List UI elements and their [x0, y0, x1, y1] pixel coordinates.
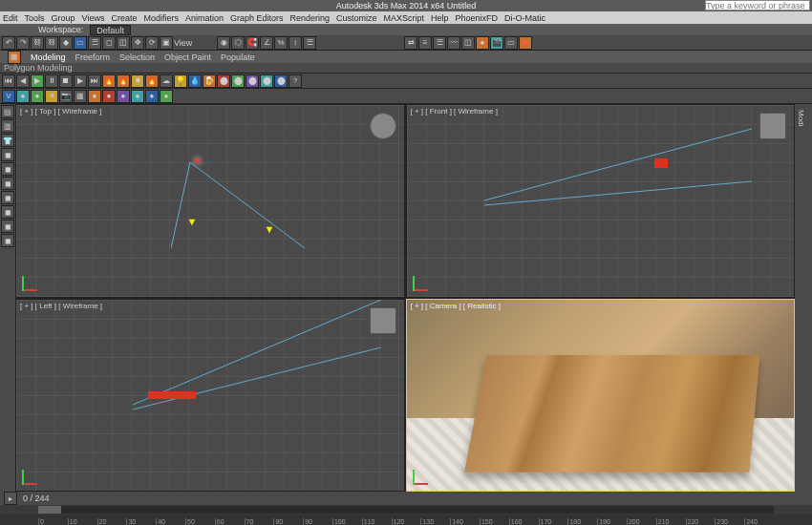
lt-g-icon[interactable]: ◼	[1, 234, 14, 247]
material-editor-icon[interactable]: ●	[476, 36, 489, 50]
smoke-icon[interactable]: ☁	[160, 74, 173, 88]
link-icon[interactable]: ⛓	[31, 36, 44, 50]
menu-customize[interactable]: Customize	[336, 13, 377, 23]
scale-icon[interactable]: ▣	[160, 36, 173, 50]
layers-icon[interactable]: ☰	[433, 36, 446, 50]
ribbon-tab-selection[interactable]: Selection	[119, 52, 155, 62]
water-icon[interactable]: 💧	[188, 74, 202, 88]
explosion-icon[interactable]: ✸	[131, 74, 144, 88]
vray-c-icon[interactable]: ●	[31, 90, 44, 103]
ribbon-subpanel[interactable]: Polygon Modeling	[0, 63, 812, 74]
tab-panel-icon[interactable]: ▤	[1, 105, 14, 118]
modifier-tab[interactable]: Modi	[795, 104, 807, 132]
menu-rendering[interactable]: Rendering	[290, 13, 331, 23]
stop-sim-icon[interactable]: ⬤	[217, 74, 230, 88]
vray-e-icon[interactable]: ▦	[74, 90, 87, 103]
viewcube-icon[interactable]	[370, 113, 396, 139]
cmd-panel-icon[interactable]: ▥	[1, 119, 14, 133]
menu-diomatic[interactable]: Di-O-Matic	[504, 13, 545, 23]
render-frame-icon[interactable]: ▭	[504, 36, 518, 50]
undo-icon[interactable]: ↶	[2, 36, 15, 50]
menu-tools[interactable]: Tools	[25, 13, 45, 23]
time-slider[interactable]	[38, 506, 774, 514]
lt-f-icon[interactable]: ◼	[1, 220, 14, 233]
goto-end-icon[interactable]: ⏭	[88, 74, 101, 88]
time-slider-thumb[interactable]	[38, 506, 61, 514]
viewport-left[interactable]: [ + ] [ Left ] [ Wireframe ]	[15, 299, 405, 493]
menu-maxscript[interactable]: MAXScript	[384, 13, 425, 23]
flame-icon[interactable]: 🔥	[145, 74, 159, 88]
rotate-icon[interactable]: ⟳	[145, 36, 159, 50]
play-icon[interactable]: ▶	[31, 74, 44, 88]
viewport-front[interactable]: [ + ] [ Front ] [ Wireframe ]	[406, 104, 796, 298]
pause-icon[interactable]: ⏸	[45, 74, 58, 88]
vray-a-icon[interactable]: V	[2, 90, 15, 103]
stop-icon[interactable]: ⏹	[59, 74, 73, 88]
select-name-icon[interactable]: ☰	[88, 36, 101, 50]
time-ruler[interactable]: 0 10 20 30 40 50 60 70 80 90 100 110 120…	[0, 514, 812, 525]
goto-start-icon[interactable]: ⏮	[2, 74, 15, 88]
ref-coord-selector[interactable]: View	[174, 38, 216, 48]
lt-b-icon[interactable]: ◼	[1, 162, 14, 176]
vray-h-icon[interactable]: ●	[117, 90, 130, 103]
spinner-snap-icon[interactable]: ↕	[288, 36, 302, 50]
pivot-icon[interactable]: ◉	[217, 36, 230, 50]
ribbon-toggle-icon[interactable]: ▦	[8, 51, 21, 64]
viewport-top[interactable]: [ + ] [ Top ] [ Wireframe ] ▼ ▼	[15, 104, 405, 298]
vray-b-icon[interactable]: ●	[16, 90, 30, 103]
vray-j-icon[interactable]: ●	[145, 90, 159, 103]
sphere3-icon[interactable]: ⬤	[274, 74, 288, 88]
workspace-selector[interactable]: Default	[90, 25, 131, 35]
mirror-icon[interactable]: ⇄	[404, 36, 417, 50]
select-region-icon[interactable]: ◻	[102, 36, 116, 50]
lt-e-icon[interactable]: ◼	[1, 205, 14, 219]
help-icon[interactable]: ?	[288, 74, 302, 88]
render-icon[interactable]: 🫖	[519, 36, 532, 50]
percent-snap-icon[interactable]: %	[274, 36, 288, 50]
command-panel[interactable]: Modi	[795, 104, 812, 492]
snap-icon[interactable]: 🧲	[246, 36, 259, 50]
menu-help[interactable]: Help	[431, 13, 449, 23]
angle-snap-icon[interactable]: ∠	[260, 36, 273, 50]
window-cross-icon[interactable]: ◫	[117, 36, 130, 50]
viewport-camera-label[interactable]: [ + ] [ Camera ] [ Realistic ]	[411, 302, 501, 310]
viewport-top-label[interactable]: [ + ] [ Top ] [ Wireframe ]	[20, 107, 101, 116]
fire2-icon[interactable]: 🔥	[117, 74, 130, 88]
sphere-icon[interactable]: ⬤	[246, 74, 259, 88]
ribbon-tab-populate[interactable]: Populate	[221, 52, 255, 62]
render-setup-icon[interactable]: 🎬	[490, 36, 503, 50]
shirt-icon[interactable]: 👕	[1, 134, 14, 147]
menu-modifiers[interactable]: Modifiers	[143, 13, 179, 23]
next-frame-icon[interactable]: ▶	[74, 74, 87, 88]
keyword-search-input[interactable]	[705, 0, 810, 10]
fire-icon[interactable]: 🔥	[102, 74, 116, 88]
named-sel-icon[interactable]: ☰	[303, 36, 316, 50]
redo-icon[interactable]: ↷	[16, 36, 30, 50]
unlink-icon[interactable]: ⛓	[45, 36, 58, 50]
menu-graph-editors[interactable]: Graph Editors	[230, 13, 284, 23]
schematic-icon[interactable]: ◫	[461, 36, 475, 50]
viewport-front-label[interactable]: [ + ] [ Front ] [ Wireframe ]	[411, 107, 498, 116]
manip-icon[interactable]: ⬡	[231, 36, 245, 50]
select-icon[interactable]: ▭	[74, 36, 87, 50]
start-sim-icon[interactable]: ⬤	[231, 74, 245, 88]
vray-cam-icon[interactable]: 📷	[59, 90, 73, 103]
lt-d-icon[interactable]: ◼	[1, 191, 14, 204]
menu-edit[interactable]: Edit	[3, 13, 18, 23]
move-icon[interactable]: ✥	[131, 36, 144, 50]
lt-c-icon[interactable]: ◼	[1, 177, 14, 190]
ribbon-tab-modeling[interactable]: Modeling	[31, 52, 66, 62]
menu-create[interactable]: Create	[111, 13, 137, 23]
vray-k-icon[interactable]: ●	[160, 90, 173, 103]
menu-phoenixfd[interactable]: PhoenixFD	[456, 13, 499, 23]
lt-a-icon[interactable]: ◼	[1, 148, 14, 161]
ribbon-tab-freeform[interactable]: Freeform	[75, 52, 111, 62]
ribbon-tab-objectpaint[interactable]: Object Paint	[164, 52, 211, 62]
vray-f-icon[interactable]: ●	[88, 90, 101, 103]
curve-editor-icon[interactable]: 〰	[447, 36, 460, 50]
bind-icon[interactable]: ◆	[59, 36, 73, 50]
timeline-toggle-icon[interactable]: ▸	[4, 492, 17, 505]
lamp-icon[interactable]: 💡	[174, 74, 187, 88]
align-icon[interactable]: ≡	[418, 36, 432, 50]
menu-animation[interactable]: Animation	[185, 13, 224, 23]
